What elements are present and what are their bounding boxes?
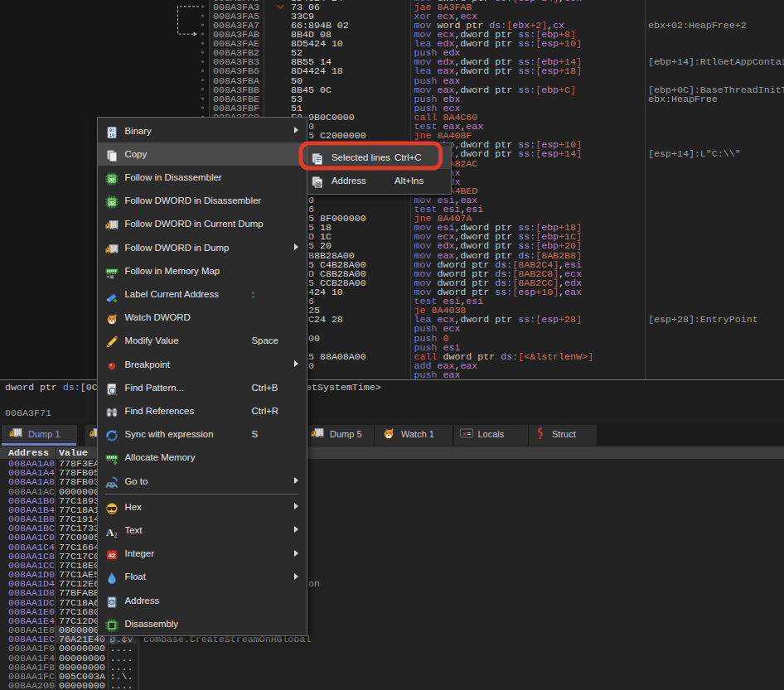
svg-text:@: @: [109, 274, 114, 279]
svg-text:A: A: [106, 525, 114, 538]
svg-text:=: =: [467, 430, 471, 437]
svg-text:42: 42: [109, 552, 115, 559]
svg-text:@: @: [109, 599, 115, 605]
svg-text:@: @: [316, 182, 321, 187]
svg-text:32: 32: [109, 177, 115, 182]
svg-text:x: x: [462, 430, 467, 437]
svg-text:32: 32: [109, 200, 115, 205]
svg-text:2: 2: [114, 532, 118, 538]
svg-text:10: 10: [109, 133, 114, 138]
